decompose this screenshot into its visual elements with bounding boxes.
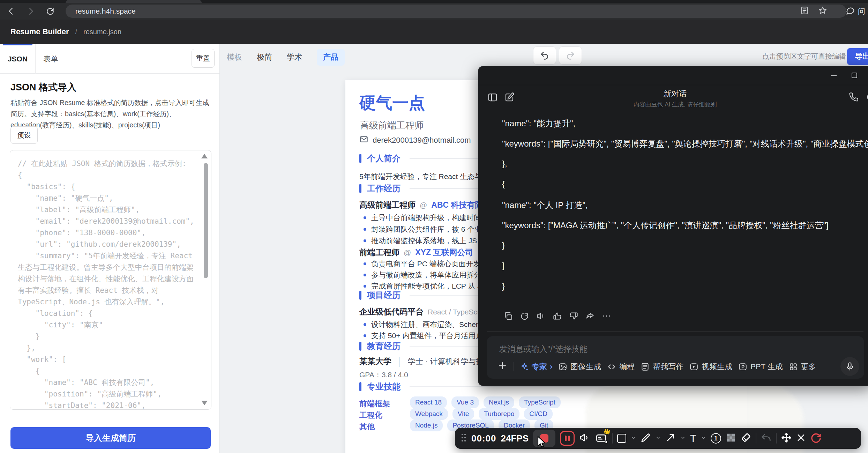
more-header-icon[interactable]	[866, 92, 868, 103]
text-tool[interactable]: T	[690, 433, 696, 444]
maximize-icon[interactable]	[850, 71, 859, 81]
mosaic-tool[interactable]	[726, 432, 736, 444]
skill-expert[interactable]: 专家›	[520, 362, 552, 372]
skill-video-gen[interactable]: 视频生成	[689, 362, 732, 372]
section-projects-title[interactable]: 项目经历	[367, 290, 401, 301]
browser-active-tab[interactable]	[66, 0, 202, 3]
chat-toolbar: 专家› 图像生成 编程 帮我写作 视频生成	[497, 359, 816, 374]
education-school: 某某大学	[359, 356, 391, 367]
skill-writing[interactable]: 帮我写作	[641, 362, 683, 372]
skill-image-gen[interactable]: 图像生成	[558, 362, 601, 372]
ai-button-label: 问	[858, 6, 865, 16]
tab-json[interactable]: JSON	[0, 44, 36, 74]
scrollbar-down-arrow[interactable]	[201, 401, 208, 405]
pen-tool-chevron[interactable]	[656, 435, 661, 442]
recorder-audio-icon[interactable]	[579, 432, 590, 445]
thumbs-down-icon[interactable]	[569, 311, 578, 322]
skill-pill[interactable]: TypeScript	[519, 396, 561, 408]
mic-button[interactable]	[840, 357, 859, 376]
skill-pill[interactable]: React 18	[410, 396, 447, 408]
bookmark-star-icon[interactable]	[818, 6, 827, 17]
chat-message-line: },	[502, 159, 507, 169]
template-tab-product[interactable]: 产品	[317, 49, 345, 66]
chat-window-titlebar[interactable]	[478, 66, 868, 85]
text-tool-chevron[interactable]	[701, 435, 706, 442]
skill-coding[interactable]: 编程	[607, 362, 635, 372]
arrow-tool-chevron[interactable]	[680, 435, 686, 442]
browser-toolbar: resume.h4h.space 问	[0, 3, 868, 20]
undo-button[interactable]	[533, 46, 556, 65]
template-tab-minimal[interactable]: 极简	[257, 52, 272, 62]
forward-icon[interactable]	[24, 4, 38, 18]
copy-icon[interactable]	[503, 311, 513, 322]
regenerate-icon[interactable]	[520, 311, 529, 322]
skill-ppt-gen[interactable]: PPT 生成	[738, 362, 783, 372]
app-title: Resume Builder	[10, 27, 69, 36]
redo-button[interactable]	[559, 46, 582, 65]
job-row[interactable]: 前端工程师 @ XYZ 互联网公司	[359, 247, 473, 258]
step-counter-tool[interactable]: 1	[711, 433, 721, 444]
eraser-tool[interactable]	[741, 432, 751, 444]
shape-tool[interactable]	[617, 434, 626, 443]
annotation-undo-button[interactable]	[761, 432, 771, 444]
arrow-tool[interactable]	[665, 432, 676, 444]
doc-icon	[641, 362, 650, 371]
restart-recording-button[interactable]	[810, 432, 822, 445]
more-actions-icon[interactable]	[602, 311, 611, 322]
move-toolbar-button[interactable]	[781, 432, 792, 444]
section-education-title[interactable]: 教育经历	[367, 341, 401, 352]
education-gpa[interactable]: GPA：3.8 / 4.0	[359, 370, 408, 380]
skill-more[interactable]: 更多	[789, 362, 816, 372]
preset-button[interactable]: 预设	[10, 126, 38, 144]
skill-pill[interactable]: CI/CD	[524, 408, 553, 420]
browser-ai-button[interactable]: 问	[845, 5, 865, 18]
close-recorder-button[interactable]	[796, 433, 806, 444]
skill-group-label[interactable]: 工程化	[359, 410, 382, 421]
share-icon[interactable]	[585, 311, 595, 322]
section-skills-title[interactable]: 专业技能	[367, 381, 401, 392]
resume-email[interactable]: derek2000139@hotmail.com	[373, 136, 471, 145]
skill-pill[interactable]: Turborepo	[479, 408, 519, 420]
section-about-title[interactable]: 个人简介	[367, 153, 401, 164]
json-editor[interactable]: // 在此处粘贴 JSON 格式的简历数据，格式示例: { "basics": …	[10, 150, 211, 409]
template-switcher: 模板 极简 学术 产品	[227, 49, 345, 66]
scrollbar-thumb[interactable]	[204, 163, 208, 278]
minimize-icon[interactable]	[829, 71, 838, 82]
reload-icon[interactable]	[43, 4, 57, 18]
attach-plus-icon[interactable]	[497, 361, 508, 373]
skill-group-label[interactable]: 其他	[359, 422, 375, 432]
resume-job-title[interactable]: 高级前端工程师	[360, 119, 424, 132]
template-tab-academic[interactable]: 学术	[287, 52, 302, 62]
skill-pill[interactable]: Webpack	[410, 408, 448, 420]
reader-mode-icon[interactable]	[800, 6, 809, 17]
scrollbar-up-arrow[interactable]	[201, 154, 208, 158]
education-row[interactable]: 某某大学 │ 学士 · 计算机科学与技术	[359, 356, 492, 367]
shape-tool-chevron[interactable]	[631, 435, 636, 442]
back-icon[interactable]	[4, 4, 18, 18]
import-section-title: JSON 格式导入	[10, 81, 76, 94]
chat-input-box[interactable]: 发消息或输入"/"选择技能 专家› 图像生成 编程 帮我	[487, 336, 864, 379]
skill-pill[interactable]: Next.js	[484, 396, 514, 408]
reset-button[interactable]: 重置	[192, 49, 215, 68]
email-icon	[359, 135, 368, 146]
thumbs-up-icon[interactable]	[553, 311, 562, 322]
export-pdf-button[interactable]: 导出 P	[847, 48, 868, 65]
read-aloud-icon[interactable]	[536, 311, 546, 322]
drag-handle[interactable]	[461, 433, 467, 444]
subtitles-button[interactable]	[595, 432, 607, 445]
skill-pill[interactable]: Node.js	[410, 419, 443, 431]
resume-name[interactable]: 硬气一点	[359, 92, 425, 114]
tab-form[interactable]: 表单	[36, 44, 66, 74]
import-generate-button[interactable]: 导入生成简历	[10, 427, 211, 449]
browser-tab-strip	[0, 0, 868, 3]
skill-pill[interactable]: Vue 3	[451, 396, 479, 408]
pause-recording-button[interactable]	[560, 431, 575, 446]
skill-group-label[interactable]: 前端框架	[359, 399, 390, 409]
expert-sparkle-icon	[520, 362, 529, 371]
skill-pill[interactable]: Vite	[452, 408, 474, 420]
pen-tool[interactable]	[641, 432, 651, 444]
chat-message-line: }	[502, 281, 505, 291]
section-work-title[interactable]: 工作经历	[367, 183, 401, 194]
address-bar[interactable]: resume.h4h.space	[66, 5, 846, 18]
voice-call-icon[interactable]	[849, 92, 859, 103]
